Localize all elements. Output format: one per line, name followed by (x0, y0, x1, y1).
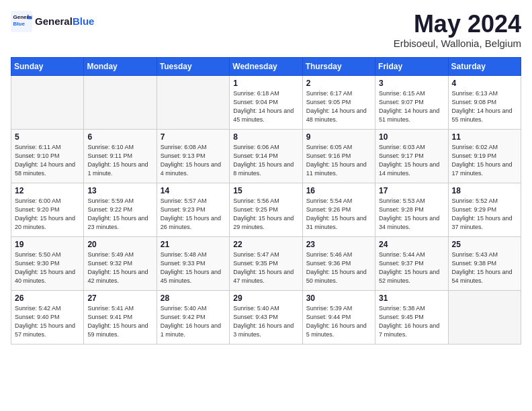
day-info: Sunrise: 6:10 AMSunset: 9:11 PMDaylight:… (87, 143, 152, 178)
day-cell (448, 290, 521, 344)
day-info: Sunrise: 6:18 AMSunset: 9:04 PMDaylight:… (233, 89, 298, 124)
day-cell (11, 75, 84, 129)
day-cell: 18Sunrise: 5:52 AMSunset: 9:29 PMDayligh… (448, 183, 521, 236)
day-cell: 26Sunrise: 5:42 AMSunset: 9:40 PMDayligh… (11, 290, 84, 344)
calendar-title: May 2024 (394, 11, 521, 38)
day-number: 27 (87, 293, 152, 303)
day-cell (84, 75, 157, 129)
svg-text:Blue: Blue (13, 21, 26, 27)
day-number: 18 (452, 186, 517, 195)
day-cell: 24Sunrise: 5:44 AMSunset: 9:37 PMDayligh… (375, 236, 448, 290)
logo-icon: General Blue (11, 11, 32, 32)
calendar-table: SundayMondayTuesdayWednesdayThursdayFrid… (11, 57, 521, 345)
day-number: 29 (233, 293, 298, 303)
day-info: Sunrise: 5:46 AMSunset: 9:36 PMDaylight:… (306, 250, 371, 285)
day-number: 9 (306, 132, 371, 142)
day-number: 7 (161, 132, 226, 142)
day-info: Sunrise: 6:11 AMSunset: 9:10 PMDaylight:… (15, 143, 80, 178)
day-number: 21 (161, 240, 226, 249)
day-info: Sunrise: 5:47 AMSunset: 9:35 PMDaylight:… (233, 250, 298, 285)
logo-blue-text: Blue (73, 15, 95, 27)
header-cell-friday: Friday (375, 57, 448, 75)
day-cell: 15Sunrise: 5:56 AMSunset: 9:25 PMDayligh… (230, 183, 302, 236)
day-cell: 3Sunrise: 6:15 AMSunset: 9:07 PMDaylight… (375, 75, 448, 129)
logo: General Blue GeneralBlue (11, 11, 94, 32)
day-number: 28 (161, 293, 226, 303)
week-row-5: 26Sunrise: 5:42 AMSunset: 9:40 PMDayligh… (11, 290, 521, 344)
day-info: Sunrise: 5:42 AMSunset: 9:40 PMDaylight:… (15, 304, 80, 339)
day-cell: 6Sunrise: 6:10 AMSunset: 9:11 PMDaylight… (84, 129, 157, 183)
week-row-3: 12Sunrise: 6:00 AMSunset: 9:20 PMDayligh… (11, 183, 521, 236)
day-cell: 22Sunrise: 5:47 AMSunset: 9:35 PMDayligh… (230, 236, 302, 290)
calendar-body: 1Sunrise: 6:18 AMSunset: 9:04 PMDaylight… (11, 75, 521, 344)
day-cell: 5Sunrise: 6:11 AMSunset: 9:10 PMDaylight… (11, 129, 84, 183)
day-number: 5 (15, 132, 80, 142)
day-info: Sunrise: 5:50 AMSunset: 9:30 PMDaylight:… (15, 250, 80, 285)
day-info: Sunrise: 5:57 AMSunset: 9:23 PMDaylight:… (161, 197, 226, 232)
day-number: 2 (306, 79, 371, 88)
day-number: 4 (452, 79, 517, 88)
day-info: Sunrise: 5:43 AMSunset: 9:38 PMDaylight:… (452, 250, 517, 285)
day-number: 1 (233, 79, 298, 88)
day-number: 31 (379, 293, 444, 303)
day-cell: 23Sunrise: 5:46 AMSunset: 9:36 PMDayligh… (302, 236, 375, 290)
logo-general-text: General (35, 15, 73, 27)
day-number: 14 (161, 186, 226, 195)
day-cell: 13Sunrise: 5:59 AMSunset: 9:22 PMDayligh… (84, 183, 157, 236)
header-row: SundayMondayTuesdayWednesdayThursdayFrid… (11, 57, 521, 75)
day-cell: 1Sunrise: 6:18 AMSunset: 9:04 PMDaylight… (230, 75, 302, 129)
day-cell: 4Sunrise: 6:13 AMSunset: 9:08 PMDaylight… (448, 75, 521, 129)
day-number: 25 (452, 240, 517, 249)
day-cell: 21Sunrise: 5:48 AMSunset: 9:33 PMDayligh… (157, 236, 229, 290)
day-cell: 17Sunrise: 5:53 AMSunset: 9:28 PMDayligh… (375, 183, 448, 236)
day-number: 30 (306, 293, 371, 303)
day-cell: 20Sunrise: 5:49 AMSunset: 9:32 PMDayligh… (84, 236, 157, 290)
day-number: 8 (233, 132, 298, 142)
day-cell: 25Sunrise: 5:43 AMSunset: 9:38 PMDayligh… (448, 236, 521, 290)
title-block: May 2024 Erbisoeul, Wallonia, Belgium (394, 11, 521, 49)
header-cell-thursday: Thursday (302, 57, 375, 75)
header-cell-wednesday: Wednesday (230, 57, 302, 75)
day-info: Sunrise: 5:52 AMSunset: 9:29 PMDaylight:… (452, 197, 517, 232)
day-number: 13 (87, 186, 152, 195)
header-cell-sunday: Sunday (11, 57, 84, 75)
day-cell: 12Sunrise: 6:00 AMSunset: 9:20 PMDayligh… (11, 183, 84, 236)
day-number: 19 (15, 240, 80, 249)
day-number: 24 (379, 240, 444, 249)
header-cell-tuesday: Tuesday (157, 57, 229, 75)
day-info: Sunrise: 5:56 AMSunset: 9:25 PMDaylight:… (233, 197, 298, 232)
day-number: 17 (379, 186, 444, 195)
header-cell-monday: Monday (84, 57, 157, 75)
calendar-subtitle: Erbisoeul, Wallonia, Belgium (394, 38, 521, 49)
day-number: 22 (233, 240, 298, 249)
day-cell: 27Sunrise: 5:41 AMSunset: 9:41 PMDayligh… (84, 290, 157, 344)
day-info: Sunrise: 5:53 AMSunset: 9:28 PMDaylight:… (379, 197, 444, 232)
calendar-header: SundayMondayTuesdayWednesdayThursdayFrid… (11, 57, 521, 75)
day-info: Sunrise: 5:54 AMSunset: 9:26 PMDaylight:… (306, 197, 371, 232)
day-number: 26 (15, 293, 80, 303)
day-number: 10 (379, 132, 444, 142)
day-cell: 31Sunrise: 5:38 AMSunset: 9:45 PMDayligh… (375, 290, 448, 344)
day-number: 20 (87, 240, 152, 249)
day-info: Sunrise: 5:49 AMSunset: 9:32 PMDaylight:… (87, 250, 152, 285)
day-cell: 10Sunrise: 6:03 AMSunset: 9:17 PMDayligh… (375, 129, 448, 183)
day-number: 15 (233, 186, 298, 195)
day-info: Sunrise: 6:05 AMSunset: 9:16 PMDaylight:… (306, 143, 371, 178)
day-cell: 19Sunrise: 5:50 AMSunset: 9:30 PMDayligh… (11, 236, 84, 290)
day-number: 6 (87, 132, 152, 142)
day-info: Sunrise: 6:00 AMSunset: 9:20 PMDaylight:… (15, 197, 80, 232)
day-cell: 2Sunrise: 6:17 AMSunset: 9:05 PMDaylight… (302, 75, 375, 129)
day-info: Sunrise: 5:40 AMSunset: 9:43 PMDaylight:… (233, 304, 298, 339)
day-cell: 14Sunrise: 5:57 AMSunset: 9:23 PMDayligh… (157, 183, 229, 236)
header-cell-saturday: Saturday (448, 57, 521, 75)
day-number: 16 (306, 186, 371, 195)
day-number: 12 (15, 186, 80, 195)
day-info: Sunrise: 5:41 AMSunset: 9:41 PMDaylight:… (87, 304, 152, 339)
week-row-2: 5Sunrise: 6:11 AMSunset: 9:10 PMDaylight… (11, 129, 521, 183)
day-info: Sunrise: 6:17 AMSunset: 9:05 PMDaylight:… (306, 89, 371, 124)
day-cell: 9Sunrise: 6:05 AMSunset: 9:16 PMDaylight… (302, 129, 375, 183)
day-cell: 8Sunrise: 6:06 AMSunset: 9:14 PMDaylight… (230, 129, 302, 183)
day-info: Sunrise: 6:06 AMSunset: 9:14 PMDaylight:… (233, 143, 298, 178)
day-info: Sunrise: 6:13 AMSunset: 9:08 PMDaylight:… (452, 89, 517, 124)
day-cell: 7Sunrise: 6:08 AMSunset: 9:13 PMDaylight… (157, 129, 229, 183)
